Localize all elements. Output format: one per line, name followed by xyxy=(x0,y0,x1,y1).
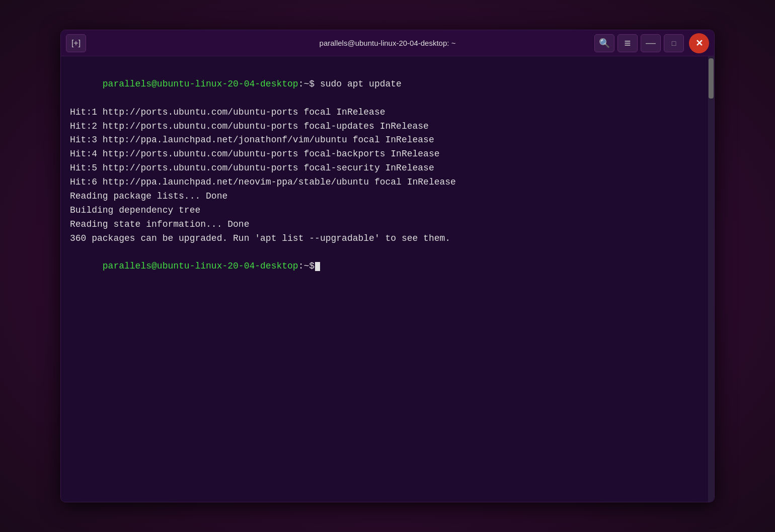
output-line-6: Hit:6 http://ppa.launchpad.net/neovim-pp… xyxy=(70,175,705,190)
prompt-suffix-1: :~$ xyxy=(298,79,315,89)
output-line-7: Reading package lists... Done xyxy=(70,190,705,204)
cursor-block xyxy=(315,262,320,271)
close-button[interactable]: ✕ xyxy=(689,33,709,53)
terminal-window: [+] parallels@ubuntu-linux-20-04-desktop… xyxy=(60,30,715,502)
minimize-button[interactable]: — xyxy=(641,34,661,52)
close-icon: ✕ xyxy=(695,38,703,49)
output-line-9: Reading state information... Done xyxy=(70,218,705,232)
prompt-suffix-2: :~$ xyxy=(298,261,315,271)
command-line-1: parallels@ubuntu-linux-20-04-desktop:~$ … xyxy=(70,63,705,106)
maximize-button[interactable]: □ xyxy=(664,34,684,52)
prompt-2: parallels@ubuntu-linux-20-04-desktop xyxy=(103,261,298,271)
terminal-body[interactable]: parallels@ubuntu-linux-20-04-desktop:~$ … xyxy=(61,56,714,502)
prompt-1: parallels@ubuntu-linux-20-04-desktop xyxy=(103,79,298,89)
titlebar-right: 🔍 ≡ — □ ✕ xyxy=(594,33,709,53)
output-line-10: 360 packages can be upgraded. Run 'apt l… xyxy=(70,232,705,246)
output-line-5: Hit:5 http://ports.ubuntu.com/ubuntu-por… xyxy=(70,161,705,175)
output-line-8: Building dependency tree xyxy=(70,204,705,218)
scrollbar-thumb xyxy=(709,58,714,99)
output-line-4: Hit:4 http://ports.ubuntu.com/ubuntu-por… xyxy=(70,147,705,161)
menu-button[interactable]: ≡ xyxy=(617,34,638,52)
output-line-2: Hit:2 http://ports.ubuntu.com/ubuntu-por… xyxy=(70,120,705,134)
scrollbar[interactable] xyxy=(708,56,714,502)
titlebar-left: [+] xyxy=(66,34,86,52)
minimize-icon: — xyxy=(646,37,656,49)
window-title: parallels@ubuntu-linux-20-04-desktop: ~ xyxy=(320,39,456,47)
output-line-1: Hit:1 http://ports.ubuntu.com/ubuntu-por… xyxy=(70,106,705,120)
titlebar: [+] parallels@ubuntu-linux-20-04-desktop… xyxy=(61,30,714,56)
new-tab-button[interactable]: [+] xyxy=(66,34,86,52)
hamburger-icon: ≡ xyxy=(625,37,631,50)
command-line-2: parallels@ubuntu-linux-20-04-desktop:~$ xyxy=(70,246,705,288)
search-icon: 🔍 xyxy=(599,38,610,49)
search-button[interactable]: 🔍 xyxy=(594,34,614,52)
new-tab-icon: [+] xyxy=(71,39,81,48)
maximize-icon: □ xyxy=(672,39,676,47)
output-line-3: Hit:3 http://ppa.launchpad.net/jonathonf… xyxy=(70,133,705,147)
command-1-text: sudo apt update xyxy=(315,79,402,89)
